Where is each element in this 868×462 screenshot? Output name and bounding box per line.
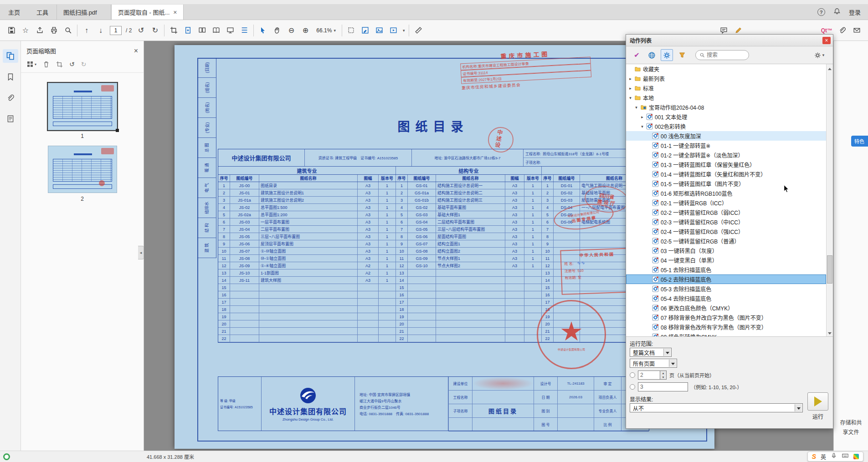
- action-tree-item[interactable]: 02-4 一键转蓝留红RGB（强ICC）: [626, 227, 826, 236]
- run-button[interactable]: [807, 392, 828, 411]
- expand-chevron-icon[interactable]: ▸: [628, 76, 633, 81]
- redo-icon[interactable]: ↻: [81, 61, 87, 68]
- crop-tool-icon[interactable]: [346, 25, 356, 36]
- expand-chevron-icon[interactable]: ▸: [640, 115, 645, 119]
- scroll-up-icon[interactable]: [827, 64, 833, 71]
- action-tree-item[interactable]: 06 更改白底色颜色（CMYK）: [626, 303, 826, 313]
- pages-count-input[interactable]: [638, 371, 660, 380]
- login-button[interactable]: 登录: [849, 8, 861, 16]
- screen-mode-icon[interactable]: [225, 25, 235, 36]
- action-tree-item[interactable]: ▸ 001 文本处理: [626, 112, 826, 122]
- thumbnail-preview[interactable]: [48, 146, 117, 193]
- star-icon[interactable]: ☆: [21, 25, 31, 36]
- action-tree-item[interactable]: 01-1 一键全部转蓝※: [626, 141, 826, 150]
- share-icon[interactable]: [35, 25, 45, 36]
- toolbox-icon[interactable]: [853, 454, 859, 459]
- action-tree-item[interactable]: 收藏夹: [626, 64, 826, 74]
- pages-from-current-radio[interactable]: [630, 372, 635, 378]
- action-tree-item[interactable]: 01-4 一键转蓝图红章（矢量红和图片不变）: [626, 169, 826, 179]
- chevron-down-icon[interactable]: [663, 349, 671, 356]
- search-icon[interactable]: [63, 25, 73, 36]
- notification-bell-icon[interactable]: [833, 8, 841, 17]
- tab-home[interactable]: 主页: [0, 5, 28, 20]
- scrollbar-thumb[interactable]: [827, 255, 832, 284]
- rotate-left-icon[interactable]: ↺: [136, 25, 146, 36]
- page-scope-select[interactable]: 所有页面: [630, 359, 677, 368]
- action-tree-item[interactable]: 05-1 去除扫描蓝底色: [626, 265, 826, 274]
- resize-handle[interactable]: [116, 129, 119, 132]
- action-tree-item[interactable]: 05-3 去除扫描蓝底色: [626, 284, 826, 294]
- scroll-down-icon[interactable]: [827, 330, 833, 336]
- search-input[interactable]: [707, 52, 743, 58]
- sogou-logo-icon[interactable]: S: [812, 453, 816, 460]
- close-tab-icon[interactable]: ×: [173, 9, 177, 16]
- chevron-down-icon[interactable]: [669, 360, 676, 367]
- extract-page-icon[interactable]: [183, 25, 193, 36]
- web-actions-button[interactable]: [646, 49, 658, 61]
- attachments-panel-icon[interactable]: [3, 91, 18, 105]
- manage-actions-gear-button[interactable]: [661, 49, 673, 61]
- page-thumbnail[interactable]: 2: [48, 146, 117, 202]
- action-tree-item[interactable]: 05-4 去除扫描蓝底色: [626, 294, 826, 303]
- keyboard-icon[interactable]: [842, 452, 849, 461]
- action-tree-item[interactable]: 09 将色彩转换为CMYK: [626, 332, 826, 337]
- action-tree-item[interactable]: 02-1 一键转蓝RGB（ICC）: [626, 198, 826, 208]
- tab-tools[interactable]: 工具: [28, 5, 56, 20]
- action-tree-item[interactable]: 08 移除背景色改所有字为黑色（图片不变）: [626, 322, 826, 332]
- video-tool-icon[interactable]: [389, 25, 399, 36]
- filter-funnel-button[interactable]: [676, 49, 688, 61]
- action-tree-item[interactable]: ▸ 最新列表: [626, 74, 826, 83]
- page-range-radio[interactable]: [630, 384, 635, 390]
- action-tree-item[interactable]: 07 移除背景色并改白字为黑色（图片不变）: [626, 313, 826, 322]
- layers-panel-icon[interactable]: [3, 112, 18, 126]
- action-tree-item[interactable]: 03 一键转黑白（灰度）: [626, 246, 826, 255]
- action-tree-item[interactable]: 00 浅色灰度加深: [626, 131, 826, 141]
- page-thumbnail[interactable]: 1: [48, 83, 117, 139]
- bookmarks-panel-icon[interactable]: [3, 70, 18, 84]
- qt-plugin-icon[interactable]: Qt™: [821, 27, 832, 34]
- rotate-right-icon[interactable]: ↻: [150, 25, 160, 36]
- assistant-ball-icon[interactable]: [3, 453, 10, 460]
- ime-language-toggle[interactable]: 英: [821, 453, 826, 461]
- action-tree-item[interactable]: ▾ 本地: [626, 93, 826, 102]
- organize-pages-icon[interactable]: [197, 25, 207, 36]
- undo-icon[interactable]: ↺: [69, 61, 75, 68]
- close-panel-icon[interactable]: ×: [822, 37, 831, 44]
- expand-chevron-icon[interactable]: ▸: [628, 86, 633, 91]
- action-tree-item[interactable]: 02-3 一键转蓝留红RGB（中ICC）: [626, 217, 826, 227]
- print-icon[interactable]: [49, 25, 59, 36]
- zoom-in-icon[interactable]: ⊕: [300, 25, 310, 36]
- share-files-tool[interactable]: 存储和共 享文件: [834, 418, 868, 437]
- paperclip-icon[interactable]: [837, 25, 847, 36]
- search-box[interactable]: [695, 50, 749, 60]
- action-tree-item[interactable]: 01-6 矩形框选转RGB100蓝色: [626, 188, 826, 198]
- expand-chevron-icon[interactable]: ▾: [640, 124, 645, 129]
- feature-tab[interactable]: 特色: [851, 136, 868, 147]
- collapse-panel-icon[interactable]: ◂: [138, 246, 144, 259]
- thumbnail-options-icon[interactable]: ▾: [26, 61, 36, 68]
- close-icon[interactable]: ×: [134, 47, 138, 55]
- select-tool-icon[interactable]: [258, 25, 268, 36]
- chevron-down-icon[interactable]: ▾: [403, 28, 405, 33]
- save-icon[interactable]: [6, 25, 16, 36]
- read-mode-icon[interactable]: [211, 25, 221, 36]
- hand-tool-icon[interactable]: [272, 25, 282, 36]
- action-tree-item[interactable]: 04 一键变黑白（单黑）: [626, 255, 826, 265]
- image-tool-icon[interactable]: [375, 25, 385, 36]
- edit-pdf-icon[interactable]: [360, 25, 370, 36]
- action-tree-item[interactable]: 02-5 一键转蓝留红RGB（普通）: [626, 236, 826, 246]
- action-tree-item[interactable]: 05-2 去除扫描蓝底色: [626, 274, 826, 284]
- thumbnail-preview[interactable]: [48, 83, 117, 130]
- stepper-up-icon[interactable]: ▲: [660, 371, 666, 375]
- zoom-level-select[interactable]: 66.1% ▾: [314, 26, 338, 35]
- crop-icon[interactable]: [169, 25, 179, 36]
- delete-page-icon[interactable]: [43, 61, 50, 68]
- document-tab[interactable]: 页面提取自 - 图纸... ×: [111, 5, 184, 20]
- action-tree-item[interactable]: 01-2 一键全部转蓝※（淡色加深）: [626, 150, 826, 160]
- page-range-input[interactable]: [638, 382, 688, 391]
- mail-icon[interactable]: [852, 25, 862, 36]
- action-tree-item[interactable]: 02-2 一键转蓝留红RGB（弱ICC）: [626, 208, 826, 217]
- mic-icon[interactable]: [831, 452, 837, 461]
- stepper-down-icon[interactable]: ▼: [660, 375, 666, 379]
- action-tree-item[interactable]: 01-5 一键转蓝图红章（图片不变）: [626, 179, 826, 188]
